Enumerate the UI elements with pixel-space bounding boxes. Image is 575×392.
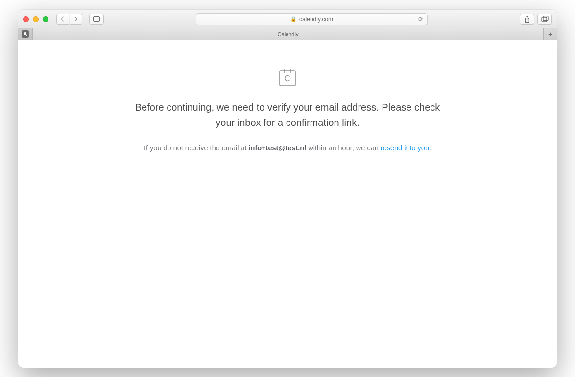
subline-prefix: If you do not receive the email at bbox=[144, 144, 249, 152]
address-bar[interactable]: 🔒 calendly.com ⟳ bbox=[196, 13, 428, 25]
chevron-left-icon bbox=[61, 17, 66, 22]
titlebar: 🔒 calendly.com ⟳ bbox=[18, 10, 557, 28]
forward-button[interactable] bbox=[70, 14, 82, 24]
reload-button[interactable]: ⟳ bbox=[418, 16, 423, 23]
tab-title: Calendly bbox=[278, 31, 299, 37]
svg-rect-2 bbox=[280, 71, 295, 86]
svg-rect-0 bbox=[542, 17, 547, 22]
nav-buttons bbox=[56, 14, 82, 24]
chevron-right-icon bbox=[73, 17, 78, 22]
user-email: info+test@test.nl bbox=[249, 144, 307, 152]
right-toolbar bbox=[520, 14, 552, 24]
fullscreen-window-button[interactable] bbox=[43, 16, 48, 22]
page-content: Before continuing, we need to verify you… bbox=[18, 40, 557, 368]
share-icon bbox=[524, 15, 530, 23]
calendar-icon bbox=[279, 68, 296, 87]
show-tabs-button[interactable] bbox=[537, 14, 552, 24]
browser-window: 🔒 calendly.com ⟳ A Calendly bbox=[18, 10, 557, 368]
url-host: calendly.com bbox=[299, 16, 333, 23]
back-button[interactable] bbox=[56, 14, 69, 24]
minimize-window-button[interactable] bbox=[33, 16, 39, 22]
subline-suffix: . bbox=[429, 144, 431, 152]
resend-link[interactable]: resend it to you bbox=[381, 144, 429, 152]
subline-mid: within an hour, we can bbox=[306, 144, 381, 152]
tab-bar: A Calendly + bbox=[18, 28, 557, 40]
lock-icon: 🔒 bbox=[290, 16, 296, 22]
active-tab[interactable]: Calendly bbox=[33, 28, 543, 40]
svg-rect-1 bbox=[543, 16, 548, 21]
sidebar-icon bbox=[93, 16, 100, 22]
verify-subline: If you do not receive the email at info+… bbox=[144, 144, 431, 152]
new-tab-button[interactable]: + bbox=[543, 28, 557, 40]
pinned-tab-favicon: A bbox=[22, 30, 29, 38]
window-controls bbox=[23, 16, 48, 22]
close-window-button[interactable] bbox=[23, 16, 29, 22]
calendly-logo bbox=[279, 69, 296, 86]
sidebar-toggle-button[interactable] bbox=[89, 14, 104, 24]
tabs-icon bbox=[541, 16, 549, 22]
share-button[interactable] bbox=[520, 14, 534, 24]
verify-headline: Before continuing, we need to verify you… bbox=[133, 100, 442, 130]
pinned-tab[interactable]: A bbox=[18, 28, 33, 40]
